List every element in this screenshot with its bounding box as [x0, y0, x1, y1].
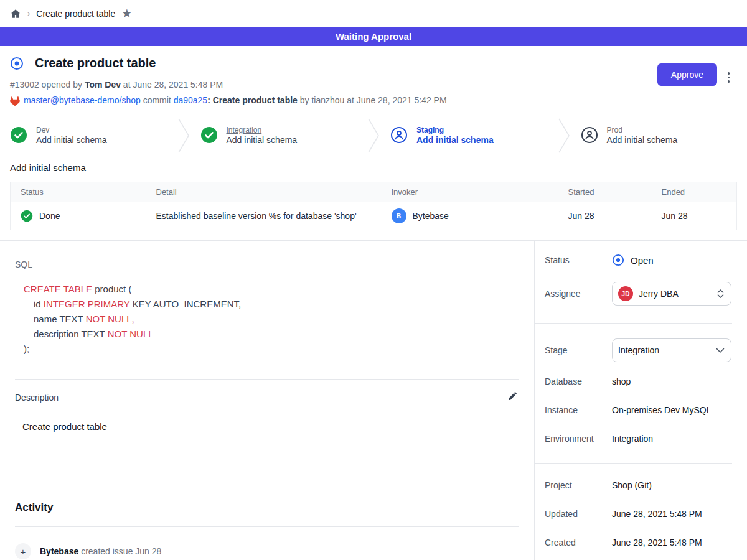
- project-value: Shop (Git): [612, 480, 652, 490]
- stage-dev[interactable]: DevAdd initial schema: [0, 118, 177, 152]
- star-icon[interactable]: ★: [121, 7, 132, 19]
- pipeline: DevAdd initial schema IntegrationAdd ini…: [0, 118, 747, 152]
- status-banner-label: Waiting Approval: [336, 31, 411, 42]
- issue-meta: #13002 opened by Tom Dev at June 28, 202…: [10, 80, 737, 90]
- stage-env-link[interactable]: Integration: [227, 126, 298, 134]
- commit-message: Create product table: [213, 95, 298, 105]
- pending-approval-icon: [581, 126, 598, 144]
- meta-author: Tom Dev: [85, 80, 121, 90]
- done-check-icon: [21, 210, 33, 222]
- open-status-icon: [612, 254, 624, 266]
- instance-label: Instance: [545, 405, 612, 415]
- task-started: Jun 28: [558, 202, 652, 230]
- task-section-heading: Add initial schema: [10, 162, 737, 173]
- pending-approval-icon: [390, 126, 408, 144]
- check-circle-icon: [10, 126, 27, 144]
- status-value: Open: [631, 255, 654, 266]
- check-circle-icon: [200, 126, 218, 144]
- assignee-value: Jerry DBA: [639, 289, 711, 299]
- issue-detail-panel: SQL CREATE TABLE product (id INTEGER PRI…: [0, 241, 534, 560]
- task-ended: Jun 28: [652, 202, 737, 230]
- more-options-icon[interactable]: [725, 70, 733, 85]
- avatar: B: [392, 208, 406, 223]
- created-value: June 28, 2021 5:48 PM: [612, 538, 702, 548]
- issue-title: Create product table: [35, 56, 156, 70]
- assignee-label: Assignee: [545, 289, 612, 299]
- database-value: shop: [612, 376, 631, 386]
- plus-icon: +: [15, 543, 31, 559]
- task-invoker: Bytebase: [413, 211, 449, 221]
- col-header-started: Started: [558, 182, 652, 202]
- database-label: Database: [545, 376, 612, 386]
- home-icon[interactable]: [10, 8, 21, 19]
- stage-task-label: Add initial schema: [416, 135, 494, 145]
- environment-value: Integration: [612, 434, 653, 444]
- sql-label: SQL: [15, 259, 519, 269]
- commit-hash-link[interactable]: da90a25: [174, 95, 208, 105]
- chevron-right-icon: ›: [27, 9, 30, 18]
- meta-prefix: #13002 opened by: [10, 80, 85, 90]
- stage-env-label: Prod: [607, 126, 678, 134]
- table-row: Done Established baseline version %s for…: [11, 202, 737, 230]
- stage-value: Integration: [618, 345, 710, 355]
- section-divider: [15, 379, 519, 380]
- col-header-ended: Ended: [652, 182, 737, 202]
- task-detail: Established baseline version %s for data…: [146, 202, 382, 230]
- issue-header: Create product table #13002 opened by To…: [0, 46, 747, 118]
- commit-word: commit: [141, 95, 174, 105]
- meta-suffix: at June 28, 2021 5:48 PM: [121, 80, 223, 90]
- col-header-detail: Detail: [146, 182, 382, 202]
- stage-separator: [177, 118, 190, 153]
- task-section: Add initial schema Status Detail Invoker…: [0, 152, 747, 240]
- created-label: Created: [545, 538, 612, 548]
- commit-colon: :: [207, 95, 213, 105]
- stage-task-label: Add initial schema: [36, 135, 107, 145]
- chevron-down-icon: [716, 348, 725, 353]
- commit-suffix: by tianzhou at June 28, 2021 5:42 PM: [298, 95, 447, 105]
- sql-code: CREATE TABLE product (id INTEGER PRIMARY…: [15, 282, 519, 357]
- gitlab-icon: [10, 96, 20, 108]
- stage-label: Stage: [545, 345, 612, 355]
- col-header-status: Status: [11, 182, 146, 202]
- sidebar-divider: [535, 463, 732, 464]
- stage-prod[interactable]: ProdAdd initial schema: [571, 118, 747, 152]
- activity-action: created issue Jun 28: [78, 546, 161, 556]
- project-label: Project: [545, 480, 612, 490]
- sidebar-divider: [535, 323, 732, 324]
- open-status-icon: [10, 57, 24, 70]
- task-status: Done: [39, 211, 60, 221]
- stage-staging[interactable]: StagingAdd initial schema: [380, 118, 557, 152]
- approve-button[interactable]: Approve: [657, 63, 717, 86]
- chevron-updown-icon: [716, 289, 725, 299]
- updated-value: June 28, 2021 5:48 PM: [612, 509, 702, 519]
- status-label: Status: [545, 255, 612, 265]
- description-label: Description: [15, 393, 59, 403]
- stage-env-label: Dev: [36, 126, 107, 134]
- stage-separator: [557, 118, 571, 153]
- environment-label: Environment: [545, 434, 612, 444]
- stage-env-label: Staging: [416, 126, 494, 134]
- task-table: Status Detail Invoker Started Ended Done…: [10, 182, 737, 230]
- activity-heading: Activity: [15, 502, 519, 514]
- updated-label: Updated: [545, 509, 612, 519]
- stage-integration[interactable]: IntegrationAdd initial schema: [190, 118, 367, 152]
- description-text: Create product table: [15, 421, 519, 432]
- stage-task-label: Add initial schema: [607, 135, 678, 145]
- stage-task-link[interactable]: Add initial schema: [227, 135, 298, 145]
- instance-value: On-premises Dev MySQL: [612, 405, 711, 415]
- activity-item: + Bytebase created issue Jun 28: [15, 543, 519, 559]
- avatar: JD: [618, 286, 633, 301]
- assignee-select[interactable]: JD Jerry DBA: [612, 282, 731, 306]
- activity-author: Bytebase: [40, 546, 78, 556]
- col-header-invoker: Invoker: [382, 182, 558, 202]
- stage-select[interactable]: Integration: [612, 338, 731, 362]
- breadcrumb: › Create product table ★: [0, 0, 747, 27]
- edit-pencil-icon[interactable]: [506, 390, 519, 405]
- stage-separator: [367, 118, 380, 153]
- commit-repo-link[interactable]: master@bytebase-demo/shop: [24, 95, 141, 105]
- commit-line: master@bytebase-demo/shop commit da90a25…: [10, 95, 737, 108]
- issue-sidebar: Status Open Assignee JD Jerry DBA Stage: [534, 241, 747, 560]
- section-divider: [15, 526, 519, 527]
- status-banner: Waiting Approval: [0, 27, 747, 46]
- breadcrumb-title[interactable]: Create product table: [36, 9, 115, 19]
